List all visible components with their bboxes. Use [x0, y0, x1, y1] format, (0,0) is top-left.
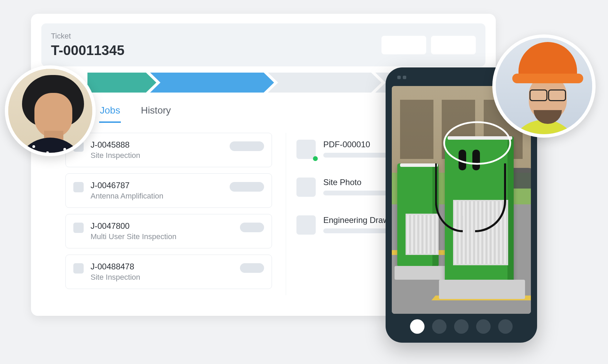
header-action-2[interactable]: [431, 36, 476, 54]
stage-1[interactable]: [87, 73, 156, 93]
svg-point-4: [444, 122, 511, 164]
ticket-header: Ticket T-00011345: [41, 23, 485, 66]
phone-status-icon: [397, 76, 408, 80]
carousel-dot[interactable]: [410, 319, 424, 334]
job-row[interactable]: J-0046787 Antenna Amplification: [65, 173, 272, 208]
job-status-pill: [240, 223, 264, 232]
job-checkbox[interactable]: [73, 263, 84, 274]
job-subtitle: Site Inspection: [91, 273, 233, 282]
jobs-list: J-0045888 Site Inspection J-0046787 Ante…: [65, 133, 272, 295]
ticket-id: T-00011345: [51, 43, 125, 58]
file-meta-placeholder: [323, 153, 392, 158]
job-row[interactable]: J-0047800 Multi User Site Inspection: [65, 214, 272, 248]
svg-marker-1: [150, 73, 274, 93]
job-id: J-00488478: [91, 262, 233, 271]
job-status-pill: [240, 263, 264, 273]
job-id: J-0046787: [91, 181, 223, 190]
job-id: J-0045888: [91, 140, 223, 150]
svg-marker-2: [268, 73, 381, 93]
tab-history[interactable]: History: [140, 102, 171, 123]
ticket-title-block: Ticket T-00011345: [51, 32, 125, 58]
file-meta-placeholder: [323, 228, 392, 233]
job-id: J-0047800: [91, 221, 233, 231]
file-meta-placeholder: [323, 191, 392, 195]
stage-3[interactable]: [268, 73, 381, 93]
avatar-agent: [5, 65, 96, 156]
avatar-technician: [492, 34, 596, 138]
carousel-dots: [386, 319, 537, 334]
carousel-dot[interactable]: [454, 319, 469, 334]
job-subtitle: Site Inspection: [91, 151, 223, 160]
header-actions: [381, 36, 476, 54]
job-row[interactable]: J-0045888 Site Inspection: [65, 133, 272, 167]
file-thumbnail-icon: [296, 140, 316, 159]
file-thumbnail-icon: [296, 215, 316, 235]
carousel-dot[interactable]: [432, 319, 447, 334]
job-checkbox[interactable]: [73, 182, 84, 192]
job-checkbox[interactable]: [73, 223, 84, 233]
file-thumbnail-icon: [296, 178, 316, 197]
tab-jobs[interactable]: Jobs: [99, 102, 121, 123]
job-subtitle: Antenna Amplification: [91, 192, 223, 201]
svg-marker-0: [87, 73, 156, 93]
carousel-dot[interactable]: [498, 319, 513, 334]
carousel-dot[interactable]: [476, 319, 491, 334]
header-action-1[interactable]: [381, 36, 426, 54]
job-subtitle: Multi User Site Inspection: [91, 232, 233, 241]
ticket-label: Ticket: [51, 32, 125, 41]
stage-2[interactable]: [150, 73, 274, 93]
job-row[interactable]: J-00488478 Site Inspection: [65, 255, 272, 289]
job-status-pill: [230, 182, 264, 192]
job-status-pill: [230, 141, 264, 151]
status-indicator-icon: [313, 156, 318, 161]
